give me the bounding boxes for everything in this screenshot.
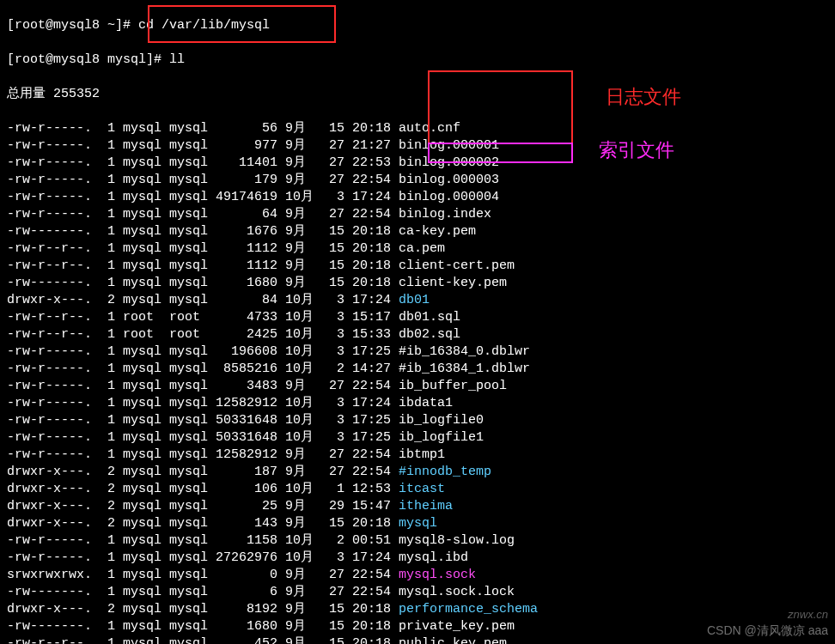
- file-name: private_key.pem: [399, 619, 515, 634]
- file-name: db01.sql: [399, 310, 460, 325]
- file-row: -rw-------. 1 mysql mysql 1676 9月 15 20:…: [7, 223, 828, 240]
- file-name: binlog.index: [399, 207, 491, 222]
- file-name: client-cert.pem: [399, 258, 515, 273]
- file-row: -rw-r-----. 1 mysql mysql 1158 10月 2 00:…: [7, 532, 828, 550]
- file-row: -rw-r-----. 1 mysql mysql 179 9月 27 22:5…: [7, 172, 828, 189]
- file-name: mysql.sock.lock: [399, 585, 515, 599]
- file-name: ca.pem: [399, 241, 445, 256]
- file-row: -rw-r-----. 1 mysql mysql 50331648 10月 3…: [7, 412, 828, 429]
- file-row: -rw-r-----. 1 mysql mysql 3483 9月 27 22:…: [7, 378, 828, 395]
- file-row: -rw-r-----. 1 mysql mysql 8585216 10月 2 …: [7, 361, 828, 378]
- file-row: -rw-r-----. 1 mysql mysql 49174619 10月 3…: [7, 189, 828, 206]
- file-row: -rw-------. 1 mysql mysql 1680 9月 15 20:…: [7, 275, 828, 292]
- total-line: 总用量 255352: [7, 86, 828, 103]
- file-row: -rw-r-----. 1 mysql mysql 977 9月 27 21:2…: [7, 137, 828, 155]
- file-row: -rw-r-----. 1 mysql mysql 196608 10月 3 1…: [7, 343, 828, 361]
- file-name: ibdata1: [399, 396, 453, 410]
- file-name: ca-key.pem: [399, 224, 476, 239]
- file-row: -rw-r--r--. 1 mysql mysql 452 9月 15 20:1…: [7, 635, 828, 644]
- file-row: -rw-------. 1 mysql mysql 1680 9月 15 20:…: [7, 618, 828, 635]
- file-name: ibtmp1: [399, 447, 445, 462]
- file-row: -rw-------. 1 mysql mysql 6 9月 27 22:54 …: [7, 584, 828, 601]
- file-name: binlog.000001: [399, 138, 499, 153]
- file-row: -rw-r--r--. 1 root root 4733 10月 3 15:17…: [7, 309, 828, 326]
- file-name: ib_buffer_pool: [399, 379, 507, 393]
- file-row: -rw-r-----. 1 mysql mysql 12582912 10月 3…: [7, 395, 828, 412]
- file-name: performance_schema: [399, 602, 538, 617]
- file-row: -rw-r-----. 1 mysql mysql 64 9月 27 22:54…: [7, 206, 828, 223]
- file-name: binlog.000002: [399, 155, 499, 170]
- file-name: mysql.ibd: [399, 550, 468, 565]
- file-name: itheima: [399, 499, 453, 513]
- file-row: -rw-r-----. 1 mysql mysql 50331648 10月 3…: [7, 429, 828, 447]
- file-row: -rw-r-----. 1 mysql mysql 56 9月 15 20:18…: [7, 120, 828, 137]
- file-name: mysql8-slow.log: [399, 533, 515, 548]
- file-row: drwxr-x---. 2 mysql mysql 84 10月 3 17:24…: [7, 292, 828, 309]
- watermark-csdn: CSDN @清风微凉 aaa: [707, 622, 828, 639]
- file-row: -rw-r--r--. 1 mysql mysql 1112 9月 15 20:…: [7, 240, 828, 258]
- file-name: ib_logfile1: [399, 430, 484, 445]
- file-name: binlog.000003: [399, 173, 499, 187]
- file-name: public_key.pem: [399, 636, 507, 644]
- watermark-site: znwx.cn: [788, 606, 828, 623]
- file-name: ib_logfile0: [399, 413, 484, 428]
- file-row: -rw-r-----. 1 mysql mysql 27262976 10月 3…: [7, 550, 828, 567]
- file-name: db02.sql: [399, 327, 460, 342]
- file-row: srwxrwxrwx. 1 mysql mysql 0 9月 27 22:54 …: [7, 567, 828, 584]
- file-name: binlog.000004: [399, 190, 499, 204]
- file-row: drwxr-x---. 2 mysql mysql 143 9月 15 20:1…: [7, 515, 828, 532]
- file-row: -rw-r-----. 1 mysql mysql 12582912 9月 27…: [7, 447, 828, 464]
- file-name: #innodb_temp: [399, 465, 491, 479]
- file-name: client-key.pem: [399, 276, 507, 290]
- file-name: mysql.sock: [399, 568, 476, 582]
- file-name: itcast: [399, 482, 445, 496]
- file-name: mysql: [399, 516, 437, 531]
- file-row: drwxr-x---. 2 mysql mysql 106 10月 1 12:5…: [7, 481, 828, 498]
- prompt-line: [root@mysql8 mysql]# ll: [7, 52, 828, 69]
- file-name: #ib_16384_0.dblwr: [399, 344, 530, 359]
- prompt-line: [root@mysql8 ~]# cd /var/lib/mysql: [7, 17, 828, 34]
- file-row: drwxr-x---. 2 mysql mysql 25 9月 29 15:47…: [7, 498, 828, 515]
- file-name: #ib_16384_1.dblwr: [399, 361, 530, 376]
- file-name: auto.cnf: [399, 121, 460, 136]
- file-row: drwxr-x---. 2 mysql mysql 8192 9月 15 20:…: [7, 601, 828, 618]
- file-row: -rw-r--r--. 1 mysql mysql 1112 9月 15 20:…: [7, 258, 828, 275]
- file-row: -rw-r--r--. 1 root root 2425 10月 3 15:33…: [7, 326, 828, 343]
- file-row: -rw-r-----. 1 mysql mysql 11401 9月 27 22…: [7, 155, 828, 172]
- file-row: drwxr-x---. 2 mysql mysql 187 9月 27 22:5…: [7, 464, 828, 481]
- terminal-output[interactable]: [root@mysql8 ~]# cd /var/lib/mysql [root…: [0, 0, 835, 644]
- file-name: db01: [399, 293, 430, 307]
